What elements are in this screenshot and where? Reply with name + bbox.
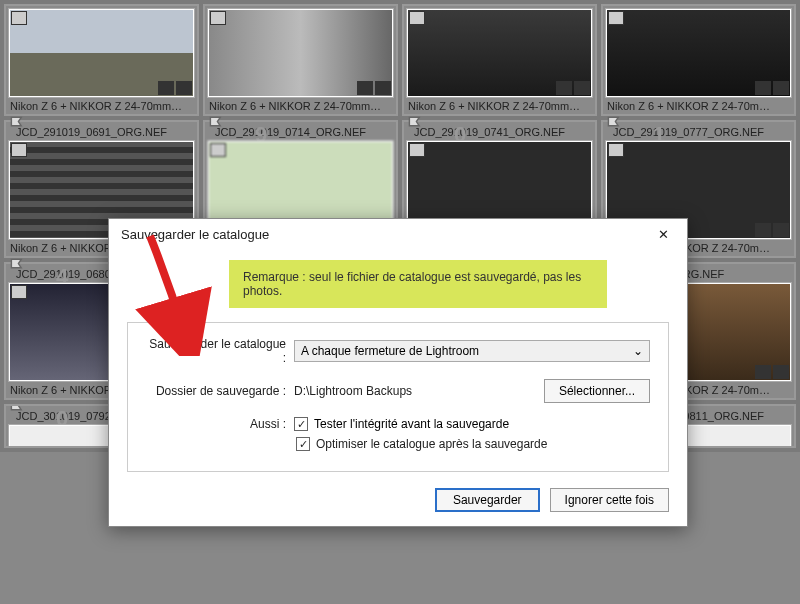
modal-overlay: Sauvegarder le catalogue ✕ Remarque : se…: [0, 0, 800, 604]
close-button[interactable]: ✕: [652, 227, 675, 242]
frequency-select[interactable]: A chaque fermeture de Lightroom ⌄: [294, 340, 650, 362]
dialog-fieldset: Sauvegarder le catalogue : A chaque ferm…: [127, 322, 669, 472]
frequency-label: Sauvegarder le catalogue :: [146, 337, 286, 365]
dialog-button-row: Sauvegarder Ignorer cette fois: [109, 488, 687, 526]
frequency-value: A chaque fermeture de Lightroom: [301, 344, 479, 358]
also-label: Aussi :: [146, 417, 286, 431]
dialog-note: Remarque : seul le fichier de catalogue …: [229, 260, 607, 308]
optimize-checkbox[interactable]: ✓: [296, 437, 310, 451]
save-button[interactable]: Sauvegarder: [435, 488, 540, 512]
frequency-row: Sauvegarder le catalogue : A chaque ferm…: [146, 337, 650, 365]
folder-row: Dossier de sauvegarde : D:\Lightroom Bac…: [146, 379, 650, 403]
close-icon: ✕: [658, 227, 669, 242]
chevron-down-icon: ⌄: [633, 344, 643, 358]
also-row: Aussi : ✓ Tester l'intégrité avant la sa…: [146, 417, 650, 431]
select-folder-button[interactable]: Sélectionner...: [544, 379, 650, 403]
dialog-title: Sauvegarder le catalogue: [121, 227, 269, 242]
skip-button[interactable]: Ignorer cette fois: [550, 488, 669, 512]
backup-catalog-dialog: Sauvegarder le catalogue ✕ Remarque : se…: [108, 218, 688, 527]
folder-path: D:\Lightroom Backups: [294, 384, 536, 398]
test-integrity-checkbox[interactable]: ✓: [294, 417, 308, 431]
optimize-row: ✓ Optimiser le catalogue après la sauveg…: [296, 437, 650, 451]
test-integrity-label: Tester l'intégrité avant la sauvegarde: [314, 417, 509, 431]
folder-label: Dossier de sauvegarde :: [146, 384, 286, 398]
optimize-label: Optimiser le catalogue après la sauvegar…: [316, 437, 547, 451]
dialog-titlebar: Sauvegarder le catalogue ✕: [109, 219, 687, 250]
